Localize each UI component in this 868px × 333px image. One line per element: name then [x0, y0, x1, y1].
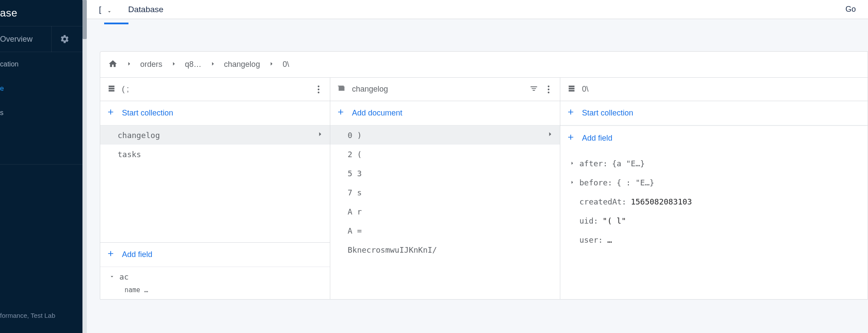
gear-icon[interactable] [51, 26, 77, 52]
field-row[interactable]: createdAt: 1565082083103 [560, 192, 868, 211]
field-row[interactable]: ac [100, 267, 330, 286]
list-item-label: 5 3 [348, 169, 362, 178]
plus-icon [106, 249, 115, 260]
chevron-right-icon[interactable] [569, 159, 575, 168]
brand-text: ase [0, 7, 17, 19]
document-icon [107, 84, 116, 95]
col2-title: changelog [352, 85, 523, 94]
home-icon[interactable] [108, 59, 118, 70]
list-item[interactable]: tasks [100, 145, 330, 164]
breadcrumb-seg[interactable]: changelog [224, 60, 260, 69]
col3-header: 0\ [560, 78, 868, 101]
breadcrumb-seg[interactable]: 0\ [283, 60, 289, 69]
col1-header: ( ; [100, 78, 330, 101]
sidebar-item-e[interactable]: e [0, 76, 82, 101]
scrollbar-thumb[interactable] [82, 0, 87, 39]
list-item-label: 2 ( [348, 150, 362, 159]
field-key: ac [119, 272, 129, 281]
add-document-button[interactable]: Add document [330, 101, 560, 125]
chevron-right-icon [170, 60, 177, 69]
list-item[interactable]: 7 s [330, 183, 560, 202]
field-row[interactable]: before: { : "E…} [560, 173, 868, 192]
list-item[interactable]: 2 ( [330, 145, 560, 164]
field-value: 1565082083103 [631, 197, 692, 206]
field-row[interactable]: after: {a "E…} [560, 154, 868, 173]
main: [ Database Go orders q8… changelog 0\ [82, 0, 868, 333]
col2-header: changelog [330, 78, 560, 101]
start-collection-label: Start collection [122, 109, 173, 118]
menu-icon[interactable] [544, 86, 553, 93]
field-row[interactable]: uid: "( l" [560, 211, 868, 230]
list-item[interactable]: changelog [100, 125, 330, 145]
field-value: { : "E…} [617, 178, 654, 187]
list-item[interactable]: A r [330, 202, 560, 221]
top-header: [ Database Go [87, 0, 868, 19]
field-sub: name … [125, 286, 148, 294]
sidebar-nav: cationes [0, 52, 82, 125]
field-key: uid: [579, 216, 598, 225]
list-item[interactable]: BknecrosmwuIJKnKnI/ [330, 240, 560, 259]
project-selector[interactable]: [ [99, 5, 111, 14]
goto-link[interactable]: Go [845, 5, 856, 14]
tab-indicator [104, 23, 128, 24]
sidebar-item-s[interactable]: s [0, 101, 82, 125]
list-item[interactable]: A = [330, 221, 560, 240]
plus-icon [566, 108, 575, 119]
field-sub-row[interactable]: name … [100, 286, 330, 299]
project-overview-row[interactable]: Overview [0, 26, 82, 52]
list-item-label: A = [348, 226, 362, 235]
field-key: user: [579, 235, 603, 244]
breadcrumb-seg[interactable]: orders [140, 60, 162, 69]
project-name: [ [99, 5, 101, 14]
col2-list: 0 )2 (5 37 sA rA =BknecrosmwuIJKnKnI/ [330, 125, 560, 299]
plus-icon [566, 133, 575, 144]
document-icon [567, 84, 576, 95]
overview-label: Overview [0, 35, 33, 44]
chevron-down-icon [106, 7, 111, 12]
column-doc-detail: 0\ Start collection Add field after: {a … [560, 78, 868, 299]
list-item-label: 7 s [348, 188, 362, 197]
sidebar-footer: formance, Test Lab [0, 311, 55, 320]
field-value: "( l" [602, 216, 626, 225]
collection-icon [337, 84, 346, 95]
list-item-label: BknecrosmwuIJKnKnI/ [348, 245, 437, 254]
list-item[interactable]: 5 3 [330, 164, 560, 183]
chevron-right-icon [546, 130, 554, 140]
data-explorer-card: orders q8… changelog 0\ ( ; [100, 51, 868, 300]
list-item-label: 0 ) [348, 131, 362, 140]
plus-icon [336, 108, 345, 119]
database-title: Database [128, 5, 163, 14]
breadcrumb-seg[interactable]: q8… [185, 60, 201, 69]
add-field-label: Add field [122, 250, 152, 259]
start-collection-button[interactable]: Start collection [100, 101, 330, 125]
field-value: … [607, 235, 612, 244]
sidebar-divider [0, 164, 82, 165]
list-item[interactable]: 0 ) [330, 125, 560, 145]
chevron-down-icon[interactable] [109, 272, 115, 281]
brand-row: ase [0, 0, 82, 26]
filter-icon[interactable] [529, 84, 538, 95]
list-item-label: changelog [118, 131, 160, 140]
start-collection-label: Start collection [582, 109, 633, 118]
chevron-right-icon [268, 60, 275, 69]
add-field-button[interactable]: Add field [100, 243, 330, 267]
scrollbar[interactable] [82, 0, 87, 333]
sidebar: ase Overview cationes formance, Test Lab [0, 0, 82, 333]
col3-title: 0\ [582, 85, 861, 94]
field-key: after: [579, 159, 608, 168]
chevron-right-icon[interactable] [569, 178, 575, 187]
field-key: before: [579, 178, 612, 187]
field-row[interactable]: user: … [560, 230, 868, 249]
chevron-right-icon [125, 60, 132, 69]
column-document: ( ; Start collection changelogtasks Add … [100, 78, 330, 299]
plus-icon [106, 108, 115, 119]
chevron-right-icon [316, 130, 324, 140]
column-collection: changelog Add document 0 )2 (5 3 [330, 78, 560, 299]
sidebar-item-cation[interactable]: cation [0, 52, 82, 76]
menu-icon[interactable] [314, 86, 323, 93]
add-field-button[interactable]: Add field [560, 126, 868, 150]
start-collection-button[interactable]: Start collection [560, 101, 868, 125]
col3-fields: after: {a "E…}before: { : "E…}createdAt:… [560, 150, 868, 299]
list-item-label: tasks [118, 150, 141, 159]
col1-list: changelogtasks [100, 125, 330, 242]
